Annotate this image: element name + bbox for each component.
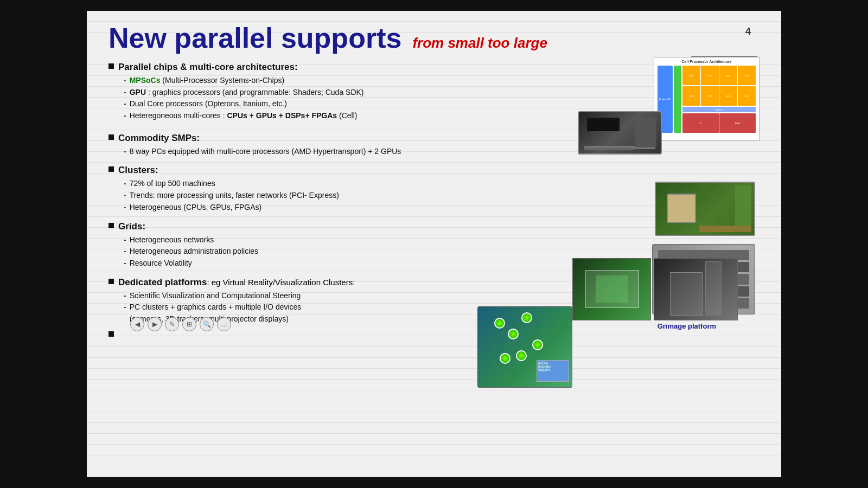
sub-items-parallel: - MPSoCs (Multi-Processor Systems-on-Chi… xyxy=(124,75,646,122)
grid-dot-3 xyxy=(508,329,519,339)
header: New parallel supports from small too lar… xyxy=(108,22,760,54)
nav-edit[interactable]: ✎ xyxy=(165,317,179,331)
nav-grid[interactable]: ⊞ xyxy=(182,317,196,331)
bullet-clusters: Clusters: xyxy=(108,165,760,176)
bullet-dedicated: Dedicated platforms: eg Virtual Reality/… xyxy=(108,277,580,288)
grid-info-box: Grid InfoNode dataStats here xyxy=(537,360,569,382)
bullet-square-dedicated xyxy=(108,279,114,284)
bullet-square-grids xyxy=(108,223,114,228)
slide: 4 New parallel supports from small too l… xyxy=(87,11,781,477)
nav-forward[interactable]: ▶ xyxy=(148,317,162,331)
bullet-parallel-chips: Parallel chips & multi-core architecture… xyxy=(108,62,646,73)
page-number: 4 xyxy=(745,26,751,37)
vr-image-left xyxy=(572,258,651,320)
bullet-square xyxy=(108,63,114,69)
subtitle: from small too large xyxy=(412,35,547,52)
sub-item-heterogeneous-clusters: - Heterogeneous (CPUs, GPUs, FPGAs) xyxy=(124,202,760,214)
section-label-dedicated: Dedicated platforms xyxy=(118,277,207,287)
grid-dot-7 xyxy=(500,353,510,364)
colon-parallel: : xyxy=(295,62,298,72)
cell-diagram-title: Cell Processor Architecture xyxy=(656,60,757,63)
sub-item-admin-policies: - Heterogeneous administration policies xyxy=(124,246,467,258)
nav-search[interactable]: 🔍 xyxy=(200,317,214,331)
section-clusters: Clusters: - 72% of top 500 machines - Tr… xyxy=(108,165,760,213)
grimage-label: Grimage platform xyxy=(658,322,716,330)
sub-items-clusters: - 72% of top 500 machines - Trends: more… xyxy=(124,178,760,213)
section-label-smps: Commodity SMPs xyxy=(118,133,197,143)
sub-item-heterogeneous: - Heteregoneous multi-cores : CPUs + GPU… xyxy=(124,110,646,122)
sub-item-trends: - Trends: more processing units, faster … xyxy=(124,190,760,202)
sub-item-gpu: - GPU : graphics processors (and program… xyxy=(124,87,646,99)
sub-items-smps: - 8 way PCs equipped with multi-core pro… xyxy=(124,146,760,158)
nav-back[interactable]: ◀ xyxy=(130,317,144,331)
sub-items-grids: - Heterogeneous networks - Heterogeneous… xyxy=(124,234,467,269)
main-title: New parallel supports xyxy=(108,22,401,54)
sub-item-mpsocs: - MPSoCs (Multi-Processor Systems-on-Chi… xyxy=(124,75,646,87)
dedicated-prefix: : eg Virtual Reality/Visualization Clust… xyxy=(207,278,355,287)
sub-item-72pct: - 72% of top 500 machines xyxy=(124,178,760,190)
sub-item-scientific-viz: - Scientific Visualization and Computati… xyxy=(124,290,580,302)
nav-more[interactable]: … xyxy=(217,317,231,331)
bullet-smps: Commodity SMPs: xyxy=(108,133,760,144)
sub-item-resource-volatility: - Resource Volatility xyxy=(124,258,467,269)
sub-item-dualcore: - Dual Core processors (Opterons, Itaniu… xyxy=(124,98,646,110)
bullet-square-clusters xyxy=(108,166,114,172)
bullet-square-smps xyxy=(108,134,114,140)
section-label-parallel: Parallel chips & multi-core architecture… xyxy=(118,62,295,72)
grid-dot-5 xyxy=(516,350,527,361)
cell-processor-diagram: Cell Processor Architecture Power PC SPE… xyxy=(654,57,760,141)
sub-item-hetero-networks: - Heterogeneous networks xyxy=(124,234,467,246)
vr-image-right xyxy=(654,258,738,320)
nav-icons: ◀ ▶ ✎ ⊞ 🔍 … xyxy=(130,317,231,331)
grid-dot-4 xyxy=(532,339,543,350)
sub-item-pc-clusters: - PC clusters + graphics cards + multipl… xyxy=(124,301,580,313)
section-smps: Commodity SMPs: - 8 way PCs equipped wit… xyxy=(108,133,760,158)
sub-item-8way: - 8 way PCs equipped with multi-core pro… xyxy=(124,146,760,158)
bullet-grids: Grids: xyxy=(108,221,467,232)
section-label-grids: Grids xyxy=(118,221,142,232)
section-label-clusters: Clusters xyxy=(118,165,155,175)
